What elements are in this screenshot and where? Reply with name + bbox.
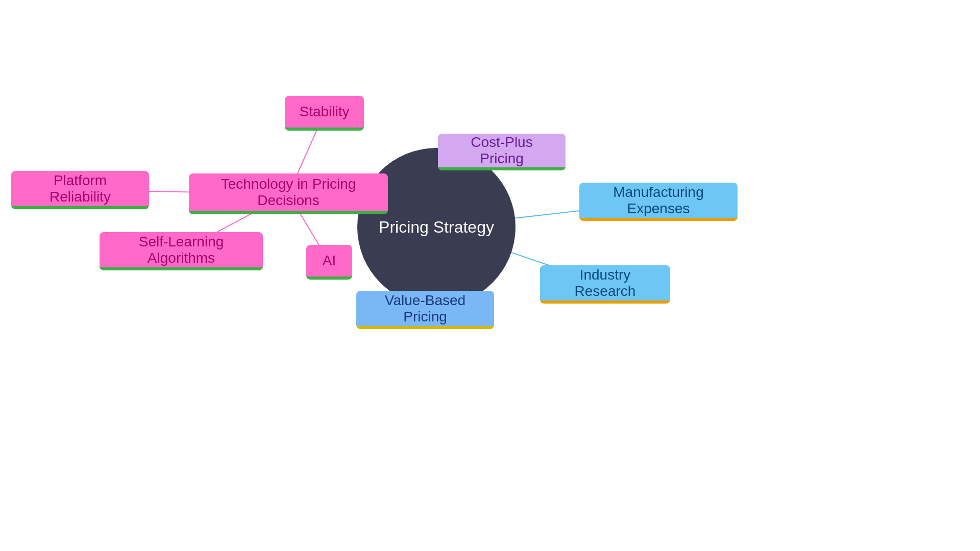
node-label-self-learning: Self-Learning Algorithms [111, 234, 252, 266]
node-platform: Platform Reliability [11, 171, 149, 209]
center-pricing-strategy: Pricing Strategy [357, 148, 516, 306]
node-industry: Industry Research [540, 265, 670, 304]
node-label-technology: Technology in Pricing Decisions [200, 176, 377, 209]
node-manufacturing: Manufacturing Expenses [579, 183, 738, 221]
node-label-cost-plus: Cost-Plus Pricing [449, 134, 554, 167]
node-label-platform: Platform Reliability [22, 172, 138, 205]
center-label: Pricing Strategy [379, 218, 494, 237]
node-label-stability: Stability [299, 104, 349, 120]
node-technology: Technology in Pricing Decisions [189, 173, 388, 214]
node-stability: Stability [285, 96, 364, 131]
node-self-learning: Self-Learning Algorithms [100, 232, 263, 270]
node-label-manufacturing: Manufacturing Expenses [591, 184, 726, 217]
node-ai: AI [306, 245, 352, 280]
node-label-ai: AI [323, 253, 336, 269]
node-label-value-based: Value-Based Pricing [368, 292, 483, 325]
node-label-industry: Industry Research [551, 267, 659, 299]
node-cost-plus: Cost-Plus Pricing [438, 134, 566, 170]
node-value-based: Value-Based Pricing [356, 291, 494, 329]
